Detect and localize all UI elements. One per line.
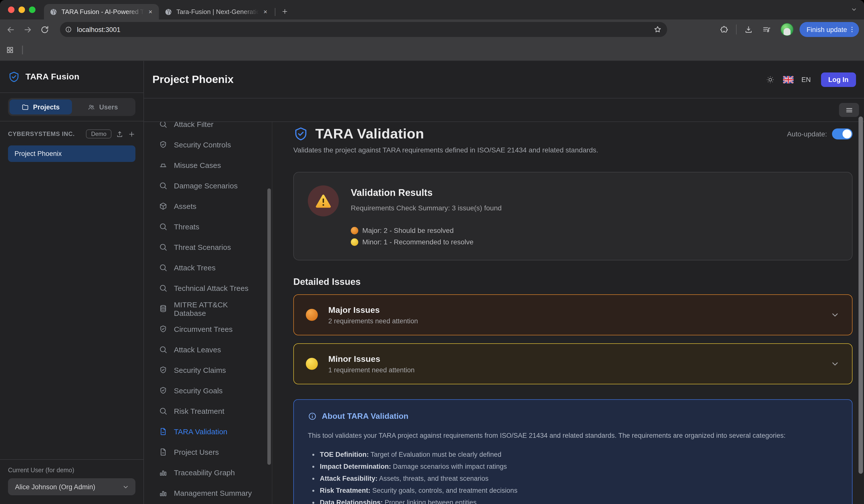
users-icon [88, 103, 95, 111]
nav-item-icon [159, 468, 167, 477]
nav-item[interactable]: Attack Leaves [144, 339, 272, 360]
theme-toggle-icon[interactable] [765, 75, 775, 84]
brand: TARA Fusion [0, 61, 143, 93]
validation-shield-icon [293, 127, 308, 142]
current-user-block: Current User (for demo) Alice Johnson (O… [0, 459, 143, 504]
tab-projects[interactable]: Projects [10, 99, 72, 115]
severity-dot [351, 227, 358, 234]
chevron-down-icon [122, 483, 129, 491]
import-project-icon[interactable] [116, 130, 123, 138]
nav-item[interactable]: Security Controls [144, 134, 272, 155]
nav-item[interactable]: Project Users [144, 442, 272, 462]
issue-group-card[interactable]: Major Issues 2 requirements need attenti… [293, 295, 852, 335]
apps-grid-icon[interactable] [6, 46, 14, 54]
nav-item[interactable]: Technical Attack Trees [144, 278, 272, 298]
nav-item-icon [159, 448, 167, 456]
site-info-icon[interactable] [63, 24, 74, 35]
back-button[interactable] [6, 25, 15, 34]
about-bullet: Attack Feasibility: Assets, threats, and… [320, 473, 838, 485]
language-label[interactable]: EN [801, 76, 811, 83]
tab-strip: TARA Fusion - AI-Powered Th × Tara-Fusio… [0, 0, 864, 20]
tab-favicon [165, 8, 172, 16]
nav-item[interactable]: Security Claims [144, 360, 272, 380]
auto-update-control: Auto-update: [787, 129, 852, 140]
nav-scrollbar-thumb[interactable] [267, 189, 271, 465]
nav-item[interactable]: MITRE ATT&CK Database [144, 298, 272, 319]
nav-collapse-button[interactable] [839, 103, 859, 117]
page-scrollbar-thumb[interactable] [859, 117, 863, 474]
nav-item-icon [159, 243, 167, 251]
nav-item[interactable]: Damage Scenarios [144, 176, 272, 196]
brand-shield-icon [8, 71, 20, 83]
sidebar-item-project-phoenix[interactable]: Project Phoenix [8, 145, 135, 162]
nav-item-icon [159, 141, 167, 149]
bookmark-star-icon[interactable] [653, 25, 662, 34]
nav-item[interactable]: Circumvent Trees [144, 319, 272, 339]
about-bullet: TOE Definition: Target of Evaluation mus… [320, 449, 838, 461]
folder-icon [22, 103, 29, 111]
browser-tab[interactable]: Tara-Fusion | Next-Generation × [159, 4, 274, 20]
add-project-icon[interactable] [128, 130, 135, 138]
nav-item[interactable]: Attack Trees [144, 257, 272, 278]
results-summary: Requirements Check Summary: 3 issue(s) f… [351, 204, 502, 212]
new-tab-button[interactable] [278, 5, 291, 18]
nav-item[interactable]: Risk Treatment [144, 401, 272, 421]
tabs: TARA Fusion - AI-Powered Th × Tara-Fusio… [44, 0, 291, 20]
issue-severity-dot [306, 358, 318, 370]
app-content: Project Phoenix EN Log In [144, 61, 864, 504]
about-bullet: Data Relationships: Proper linking betwe… [320, 497, 838, 504]
zoom-window-button[interactable] [29, 7, 35, 13]
current-user-select[interactable]: Alice Johnson (Org Admin) [8, 478, 135, 495]
finish-update-button[interactable]: Finish update [800, 22, 859, 37]
nav-item-icon [159, 427, 167, 436]
nav-item[interactable]: TARA Validation [144, 421, 272, 442]
window-controls[interactable] [8, 7, 35, 13]
about-title: About TARA Validation [322, 412, 408, 421]
nav-item-icon [159, 345, 167, 354]
minimize-window-button[interactable] [19, 7, 25, 13]
nav-item[interactable]: Threats [144, 216, 272, 237]
expand-chevron-icon[interactable] [830, 359, 840, 369]
nav-item[interactable]: Traceability Graph [144, 462, 272, 483]
login-button[interactable]: Log In [821, 72, 856, 87]
auto-update-toggle[interactable] [832, 129, 852, 140]
tab-favicon [49, 8, 58, 16]
hamburger-icon [845, 106, 853, 114]
expand-chevron-icon[interactable] [830, 310, 840, 320]
nav-item[interactable]: Threat Scenarios [144, 237, 272, 257]
bookmarks-separator [22, 46, 23, 55]
tab-close-icon[interactable]: × [261, 7, 270, 16]
about-intro: This tool validates your TARA project ag… [308, 431, 838, 441]
warning-triangle-icon [315, 193, 332, 209]
url-bar[interactable]: localhost:3001 [60, 22, 667, 37]
reload-button[interactable] [40, 25, 49, 34]
tab-separator [275, 8, 275, 16]
extensions-icon[interactable] [720, 25, 729, 34]
nav-item[interactable]: Attack Filter [144, 122, 272, 134]
nav-item[interactable]: Security Goals [144, 380, 272, 401]
downloads-icon[interactable] [744, 25, 753, 34]
forward-button[interactable] [23, 25, 33, 34]
severity-summary-line: Minor: 1 - Recommended to resolve [351, 238, 838, 246]
about-bullet-list: TOE Definition: Target of Evaluation mus… [320, 449, 838, 504]
nav-item[interactable]: Management Summary [144, 483, 272, 503]
nav-item-icon [159, 304, 167, 313]
media-controls-icon[interactable] [762, 25, 771, 34]
finish-update-label: Finish update [806, 26, 847, 33]
brand-name: TARA Fusion [25, 72, 80, 82]
issue-group-card[interactable]: Minor Issues 1 requirement need attentio… [293, 343, 852, 384]
tab-search-chevron-icon[interactable] [849, 4, 859, 14]
warning-circle [308, 185, 339, 216]
profile-avatar[interactable] [781, 23, 793, 36]
nav-item[interactable]: Misuse Cases [144, 155, 272, 176]
sidebar-mode-switch: Projects Users [0, 93, 143, 121]
nav-item[interactable]: Assets [144, 196, 272, 216]
tab-close-icon[interactable]: × [146, 7, 155, 16]
tab-users[interactable]: Users [72, 99, 134, 115]
tab-title: Tara-Fusion | Next-Generation [176, 8, 261, 15]
close-window-button[interactable] [8, 7, 14, 13]
browser-menu-icon[interactable] [847, 24, 857, 35]
browser-toolbar: localhost:3001 Finish update [0, 20, 864, 39]
url-text[interactable]: localhost:3001 [77, 26, 653, 33]
browser-tab[interactable]: TARA Fusion - AI-Powered Th × [44, 4, 159, 20]
